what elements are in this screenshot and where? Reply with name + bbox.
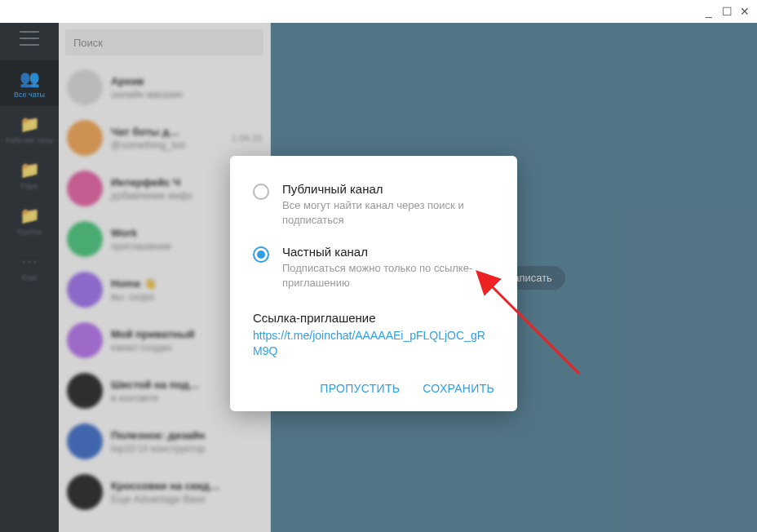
option-title: Публичный канал	[282, 182, 494, 196]
minimize-button[interactable]: _	[703, 6, 715, 17]
close-button[interactable]: ✕	[739, 6, 750, 17]
invite-link[interactable]: https://t.me/joinchat/AAAAAEi_pFLQLjOC_g…	[253, 328, 494, 359]
invite-link-section: Ссылка-приглашение https://t.me/joinchat…	[230, 303, 517, 374]
skip-button[interactable]: ПРОПУСТИТЬ	[320, 382, 400, 395]
option-title: Частный канал	[282, 245, 494, 259]
app-frame: 👥 Все чаты 📁 Рабочие чаты 📁 Papa 📁 Групп…	[0, 23, 757, 532]
option-desc: Подписаться можно только по ссылке-пригл…	[282, 261, 494, 290]
option-public-channel[interactable]: Публичный канал Все могут найти канал че…	[230, 177, 517, 240]
radio-unchecked-icon[interactable]	[253, 184, 269, 200]
channel-type-modal: Публичный канал Все могут найти канал че…	[230, 156, 517, 411]
maximize-button[interactable]: ☐	[721, 6, 733, 17]
option-desc: Все могут найти канал через поиск и подп…	[282, 198, 494, 227]
invite-header: Ссылка-приглашение	[253, 311, 494, 325]
window-titlebar: _ ☐ ✕	[0, 0, 757, 23]
radio-checked-icon[interactable]	[253, 246, 269, 263]
option-private-channel[interactable]: Частный канал Подписаться можно только п…	[230, 240, 517, 303]
save-button[interactable]: СОХРАНИТЬ	[423, 382, 494, 395]
modal-actions: ПРОПУСТИТЬ СОХРАНИТЬ	[230, 374, 517, 401]
